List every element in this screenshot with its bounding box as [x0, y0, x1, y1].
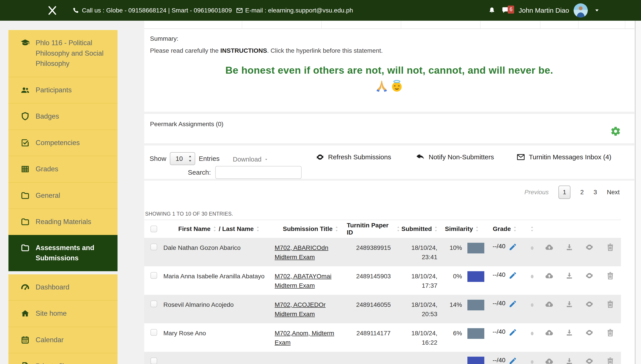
sidebar-item-course[interactable]: Phlo 116 - Political Philosophy and Soci…	[8, 30, 118, 77]
pagination-page-3[interactable]: 3	[594, 189, 597, 196]
edit-grade-pencil-icon[interactable]	[508, 243, 517, 251]
sort-icon[interactable]	[513, 226, 517, 232]
sidebar-item-dashboard[interactable]: Dashboard	[8, 274, 118, 300]
trash-icon[interactable]	[606, 243, 615, 252]
cloud-upload-icon[interactable]	[545, 300, 554, 308]
refresh-submissions-button[interactable]: Refresh Submissions	[316, 153, 391, 162]
submission-title-link[interactable]: M702,Anom, Midterm Exam	[275, 330, 334, 346]
submission-title-link[interactable]: M702, ABARICOdn Midterm Exam	[275, 244, 328, 260]
edit-grade-pencil-icon[interactable]	[508, 300, 517, 308]
tab-cell[interactable]	[242, 21, 322, 28]
submission-title-link[interactable]: M702, ACOJEDOr Midterm Exam	[275, 301, 326, 318]
trash-icon[interactable]	[606, 300, 615, 308]
sort-icon[interactable]	[475, 226, 479, 232]
close-menu-icon[interactable]	[47, 5, 58, 16]
refresh-icon[interactable]	[585, 357, 594, 364]
sidebar-item-general[interactable]: General	[8, 182, 118, 209]
tab-cell[interactable]	[540, 21, 578, 28]
tab-cell[interactable]	[144, 21, 242, 28]
pagination-next[interactable]: Next	[607, 189, 620, 196]
cloud-upload-icon[interactable]	[545, 271, 554, 280]
similarity-bar[interactable]	[468, 300, 484, 310]
sidebar-item-calendar[interactable]: Calendar	[8, 326, 118, 353]
tachometer-icon	[20, 282, 30, 292]
edit-grade-pencil-icon[interactable]	[508, 271, 517, 280]
row-checkbox[interactable]	[150, 358, 157, 364]
column-header-submitted[interactable]: Submitted	[400, 226, 439, 232]
download-icon[interactable]	[565, 300, 574, 308]
sort-icon[interactable]	[335, 226, 338, 232]
trash-icon[interactable]	[606, 357, 615, 364]
similarity-bar[interactable]	[468, 328, 484, 339]
user-name[interactable]: John Martin Diao	[518, 7, 569, 14]
sort-icon[interactable]	[530, 226, 534, 232]
gear-icon[interactable]	[610, 126, 621, 136]
cloud-upload-icon[interactable]	[545, 357, 554, 364]
notify-non-submitters-button[interactable]: Notify Non-Submitters	[416, 153, 494, 162]
sidebar-item-assessments[interactable]: Assessments and Submissions	[8, 235, 118, 271]
column-header-extra[interactable]	[525, 226, 539, 232]
pagination-page-2[interactable]: 2	[580, 189, 584, 196]
trash-icon[interactable]	[606, 328, 615, 337]
refresh-icon[interactable]	[585, 243, 594, 252]
refresh-icon[interactable]	[585, 328, 594, 337]
download-icon[interactable]	[565, 328, 574, 337]
row-checkbox[interactable]	[150, 300, 157, 307]
pagination-previous[interactable]: Previous	[524, 189, 549, 196]
column-header-similarity[interactable]: Similarity	[439, 226, 485, 232]
similarity-bar[interactable]	[468, 271, 484, 282]
search-input[interactable]	[215, 166, 302, 179]
similarity-bar[interactable]	[468, 357, 484, 364]
turnitin-paper-id: 2489146055	[347, 295, 400, 310]
trash-icon[interactable]	[606, 271, 615, 280]
sort-icon[interactable]	[434, 226, 438, 232]
sidebar-item-participants[interactable]: Participants	[8, 77, 118, 103]
similarity-bar[interactable]	[468, 243, 484, 254]
sidebar-item-reading-materials[interactable]: Reading Materials	[8, 208, 118, 235]
select-all-checkbox[interactable]	[150, 226, 157, 232]
tab-cell[interactable]	[401, 21, 480, 28]
notifications-bell-icon[interactable]	[488, 6, 496, 14]
column-header-grade[interactable]: Grade	[485, 226, 525, 232]
row-checkbox[interactable]	[150, 272, 157, 279]
download-icon[interactable]	[565, 243, 574, 252]
grade-value: --/40	[492, 243, 506, 251]
cloud-upload-icon[interactable]	[545, 243, 554, 252]
pagination-page-1[interactable]: 1	[558, 186, 570, 199]
column-header-name[interactable]: First Name / Last Name	[163, 226, 275, 232]
messages-button[interactable]: 6	[502, 6, 511, 15]
sidebar-item-grades[interactable]: Grades	[8, 156, 118, 182]
sidebar-item-site-home[interactable]: Site home	[8, 300, 118, 326]
tab-cell[interactable]	[322, 21, 401, 28]
entries-count-select[interactable]: 10	[170, 152, 195, 165]
table-row: --/40	[144, 352, 621, 364]
edit-grade-pencil-icon[interactable]	[508, 328, 517, 337]
submissions-table: First Name / Last Name Submission Title …	[144, 220, 621, 364]
sidebar-item-competencies[interactable]: Competencies	[8, 130, 118, 156]
download-icon[interactable]	[565, 357, 574, 364]
sort-icon[interactable]	[213, 226, 216, 232]
row-checkbox[interactable]	[150, 329, 157, 336]
tab-cell[interactable]	[480, 21, 540, 28]
sort-icon[interactable]	[256, 226, 260, 232]
row-checkbox[interactable]	[150, 244, 157, 250]
download-icon[interactable]	[565, 271, 574, 280]
turnitin-inbox-button[interactable]: Turnitin Messages Inbox (4)	[516, 153, 612, 162]
column-header-title[interactable]: Submission Title	[275, 226, 347, 232]
cloud-upload-icon[interactable]	[545, 328, 554, 337]
column-header-paper-id[interactable]: Turnitin Paper ID	[347, 222, 400, 236]
sidebar-item-badges[interactable]: Badges	[8, 103, 118, 130]
download-dropdown[interactable]: Download	[233, 156, 268, 163]
instructions-link[interactable]: INSTRUCTIONS	[220, 47, 267, 54]
tab-cell[interactable]	[578, 21, 625, 28]
refresh-icon[interactable]	[585, 300, 594, 308]
edit-grade-pencil-icon[interactable]	[508, 357, 517, 364]
submission-title-link[interactable]: M702, ABATAYOmai Midterm Exam	[275, 273, 332, 289]
avatar[interactable]	[574, 3, 588, 18]
user-menu-caret-icon[interactable]	[594, 8, 600, 13]
refresh-icon[interactable]	[585, 271, 594, 280]
sidebar-item-private-files[interactable]: Private files	[8, 353, 118, 364]
right-gutter	[636, 21, 641, 364]
sort-icon[interactable]	[396, 226, 400, 232]
table-grid-icon	[20, 164, 30, 174]
